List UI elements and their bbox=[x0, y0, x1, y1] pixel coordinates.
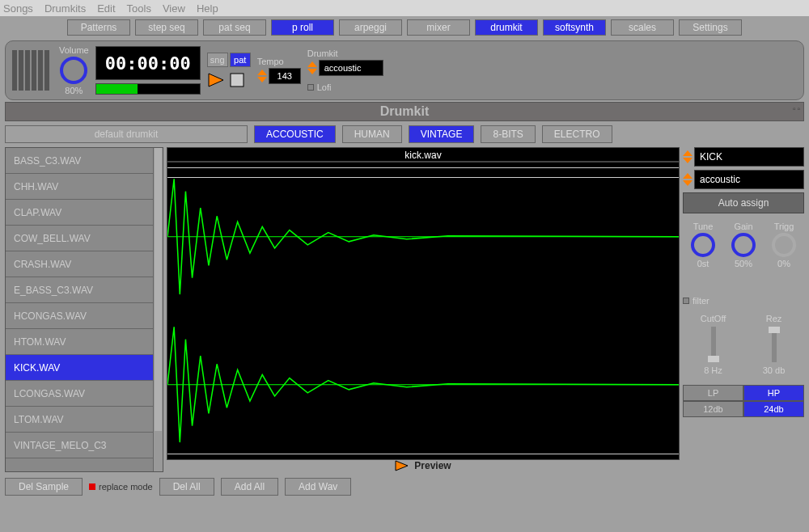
drumkit-field[interactable]: accoustic bbox=[319, 60, 383, 76]
kit-style-accoustic[interactable]: ACCOUSTIC bbox=[254, 125, 336, 143]
menu-view[interactable]: View bbox=[163, 2, 185, 15]
add-all-button[interactable]: Add All bbox=[221, 478, 278, 496]
chevron-up-icon[interactable] bbox=[257, 70, 267, 75]
filter-checkbox[interactable] bbox=[683, 298, 689, 304]
replace-mode-label: replace mode bbox=[99, 482, 153, 492]
knob-label: Trigg bbox=[765, 222, 803, 231]
svg-rect-1 bbox=[231, 74, 244, 87]
kit-style-human[interactable]: HUMAN bbox=[342, 125, 402, 143]
slider-rez: Rez30 db bbox=[750, 314, 798, 375]
chevron-down-icon[interactable] bbox=[683, 158, 693, 163]
tab-arpeggi[interactable]: arpeggi bbox=[339, 19, 402, 36]
tab-pat-seq[interactable]: pat seq bbox=[203, 19, 266, 36]
tab-p-roll[interactable]: p roll bbox=[271, 19, 334, 36]
tempo-field[interactable]: 143 bbox=[269, 68, 301, 84]
menu-songs[interactable]: Songs bbox=[3, 2, 33, 15]
record-dot-icon bbox=[89, 483, 95, 490]
panel-title-bar: Drumkit ▫ ▫ bbox=[5, 102, 804, 121]
chevron-down-icon[interactable] bbox=[307, 69, 317, 74]
tab-settings[interactable]: Settings bbox=[679, 19, 742, 36]
panel-title: Drumkit bbox=[380, 104, 429, 119]
toggle-lp[interactable]: LP bbox=[683, 385, 743, 401]
kit-style-vintage[interactable]: VINTAGE bbox=[409, 125, 475, 143]
chevron-down-icon[interactable] bbox=[257, 77, 267, 82]
chevron-up-icon[interactable] bbox=[683, 150, 693, 156]
menu-edit[interactable]: Edit bbox=[97, 2, 115, 15]
tab-softsynth[interactable]: softsynth bbox=[543, 19, 606, 36]
tab-patterns[interactable]: Patterns bbox=[67, 19, 130, 36]
play-icon[interactable] bbox=[207, 72, 225, 88]
kit-style-electro[interactable]: ELECTRO bbox=[542, 125, 612, 143]
tempo-stepper[interactable] bbox=[257, 70, 267, 82]
knob-value: 50% bbox=[724, 259, 763, 268]
volume-control: Volume 80% bbox=[59, 45, 89, 95]
preview-play-icon[interactable] bbox=[395, 460, 409, 471]
sample-list: BASS_C3.WAVCHH.WAVCLAP.WAVCOW_BELL.WAVCR… bbox=[5, 147, 163, 472]
knob-tune: Tune0st bbox=[684, 222, 722, 268]
sample-item[interactable]: COW_BELL.WAV bbox=[6, 226, 163, 251]
sng-button[interactable]: sng bbox=[207, 53, 228, 67]
sample-item[interactable]: KICK.WAV bbox=[6, 355, 163, 381]
menu-tools[interactable]: Tools bbox=[127, 2, 151, 15]
volume-knob[interactable] bbox=[60, 57, 87, 84]
kit-name-field[interactable]: default drumkit bbox=[5, 125, 248, 143]
tempo-label: Tempo bbox=[257, 57, 301, 66]
sample-item[interactable]: VINTAGE_MELO_C3 bbox=[6, 433, 163, 458]
tab-drumkit[interactable]: drumkit bbox=[475, 19, 538, 36]
waveform-canvas[interactable] bbox=[167, 162, 680, 460]
chevron-down-icon[interactable] bbox=[683, 180, 693, 186]
sample-item[interactable]: BASS_C3.WAV bbox=[6, 148, 163, 174]
drumkit-stepper[interactable] bbox=[307, 61, 317, 74]
gain-knob[interactable] bbox=[731, 233, 756, 257]
svg-marker-4 bbox=[396, 461, 408, 471]
trigg-knob[interactable] bbox=[772, 233, 796, 257]
sample-item[interactable]: CHH.WAV bbox=[6, 174, 163, 200]
cutoff-slider[interactable] bbox=[711, 327, 716, 362]
sample-item[interactable]: CRASH.WAV bbox=[6, 251, 163, 277]
replace-mode-toggle[interactable]: replace mode bbox=[89, 482, 153, 492]
knob-label: Tune bbox=[684, 222, 722, 231]
sample-item[interactable]: E_BASS_C3.WAV bbox=[6, 277, 163, 303]
wave-filename: kick.wav bbox=[167, 147, 680, 162]
del-sample-button[interactable]: Del Sample bbox=[5, 478, 83, 496]
tab-step-seq[interactable]: step seq bbox=[135, 19, 198, 36]
tab-mixer[interactable]: mixer bbox=[407, 19, 470, 36]
minimize-icon[interactable]: ▫ bbox=[793, 104, 796, 113]
knob-label: Gain bbox=[724, 222, 763, 231]
song-progress[interactable] bbox=[95, 83, 201, 95]
kit-style-8-bits[interactable]: 8-BITS bbox=[481, 125, 535, 143]
rez-slider[interactable] bbox=[772, 327, 777, 362]
toggle-12db[interactable]: 12db bbox=[683, 401, 743, 417]
sample-item[interactable]: CLAP.WAV bbox=[6, 200, 163, 226]
sample-item[interactable]: HTOM.WAV bbox=[6, 329, 163, 355]
sample-item[interactable]: HCONGAS.WAV bbox=[6, 303, 163, 329]
sample-item[interactable]: LCONGAS.WAV bbox=[6, 381, 163, 407]
menu-help[interactable]: Help bbox=[197, 2, 218, 15]
kit-select-stepper[interactable] bbox=[683, 173, 693, 186]
bottom-row: Del Sample replace mode Del All Add All … bbox=[5, 475, 804, 498]
stop-icon[interactable] bbox=[230, 73, 244, 87]
toggle-hp[interactable]: HP bbox=[743, 385, 804, 401]
assign-stepper[interactable] bbox=[683, 150, 693, 163]
pat-button[interactable]: pat bbox=[230, 53, 251, 67]
del-all-button[interactable]: Del All bbox=[159, 478, 214, 496]
lofi-checkbox[interactable] bbox=[307, 84, 314, 91]
add-wav-button[interactable]: Add Wav bbox=[285, 478, 351, 496]
slider-value: 8 Hz bbox=[689, 365, 738, 375]
scrollbar[interactable] bbox=[153, 148, 163, 471]
assign-field[interactable]: KICK bbox=[694, 147, 804, 167]
tab-scales[interactable]: scales bbox=[611, 19, 674, 36]
maximize-icon[interactable]: ▫ bbox=[797, 104, 800, 113]
tune-knob[interactable] bbox=[691, 233, 715, 257]
chevron-up-icon[interactable] bbox=[307, 61, 317, 67]
scroll-thumb[interactable] bbox=[155, 148, 162, 431]
menu-drumkits[interactable]: Drumkits bbox=[44, 2, 86, 15]
toggle-24db[interactable]: 24db bbox=[743, 401, 804, 417]
auto-assign-button[interactable]: Auto assign bbox=[683, 192, 804, 213]
kit-select-field[interactable]: accoustic bbox=[694, 170, 804, 189]
sample-item[interactable]: LTOM.WAV bbox=[6, 407, 163, 433]
chevron-up-icon[interactable] bbox=[683, 173, 693, 179]
knob-trigg: Trigg0% bbox=[765, 222, 803, 268]
main-area: BASS_C3.WAVCHH.WAVCLAP.WAVCOW_BELL.WAVCR… bbox=[5, 147, 804, 472]
waveform-area: kick.wav Preview bbox=[167, 147, 680, 472]
